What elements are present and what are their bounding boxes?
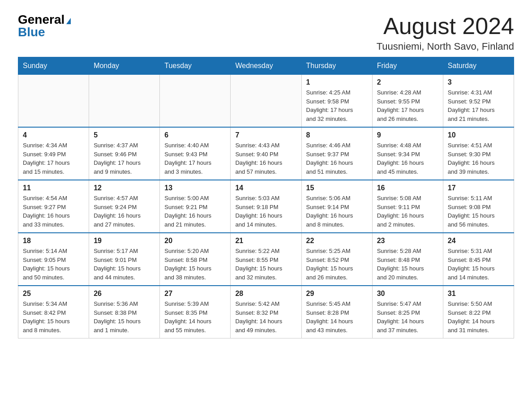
logo-triangle-icon (66, 18, 71, 24)
logo-general-text: General (18, 13, 64, 26)
day-info: Sunrise: 4:46 AMSunset: 9:37 PMDaylight:… (306, 141, 368, 176)
day-number: 4 (23, 131, 84, 139)
calendar-cell-20: 20Sunrise: 5:20 AMSunset: 8:58 PMDayligh… (160, 233, 231, 286)
day-info: Sunrise: 5:06 AMSunset: 9:14 PMDaylight:… (306, 194, 368, 229)
day-number: 31 (448, 290, 509, 298)
day-number: 25 (23, 290, 84, 298)
title-section: August 2024 Tuusniemi, North Savo, Finla… (377, 13, 514, 52)
day-info: Sunrise: 5:42 AMSunset: 8:32 PMDaylight:… (235, 300, 296, 334)
calendar-cell-25: 25Sunrise: 5:34 AMSunset: 8:42 PMDayligh… (18, 286, 89, 338)
calendar-week-5: 25Sunrise: 5:34 AMSunset: 8:42 PMDayligh… (18, 286, 514, 338)
calendar-header-row: SundayMondayTuesdayWednesdayThursdayFrid… (18, 57, 514, 75)
day-info: Sunrise: 5:47 AMSunset: 8:25 PMDaylight:… (377, 300, 438, 334)
day-info: Sunrise: 5:14 AMSunset: 9:05 PMDaylight:… (23, 247, 84, 282)
calendar-header-thursday: Thursday (301, 57, 372, 75)
day-number: 21 (235, 237, 296, 245)
month-title: August 2024 (377, 13, 514, 39)
day-info: Sunrise: 5:08 AMSunset: 9:11 PMDaylight:… (377, 194, 438, 229)
day-info: Sunrise: 5:34 AMSunset: 8:42 PMDaylight:… (23, 300, 84, 334)
day-info: Sunrise: 5:11 AMSunset: 9:08 PMDaylight:… (448, 194, 509, 229)
day-number: 19 (94, 237, 155, 245)
day-info: Sunrise: 5:45 AMSunset: 8:28 PMDaylight:… (306, 300, 368, 334)
calendar-header-tuesday: Tuesday (160, 57, 231, 75)
day-number: 24 (448, 237, 509, 245)
day-number: 8 (306, 131, 368, 139)
calendar-cell-28: 28Sunrise: 5:42 AMSunset: 8:32 PMDayligh… (231, 286, 301, 338)
calendar-cell-13: 13Sunrise: 5:00 AMSunset: 9:21 PMDayligh… (160, 180, 231, 233)
calendar-week-2: 4Sunrise: 4:34 AMSunset: 9:49 PMDaylight… (18, 127, 514, 180)
calendar-cell-22: 22Sunrise: 5:25 AMSunset: 8:52 PMDayligh… (301, 233, 372, 286)
day-info: Sunrise: 4:25 AMSunset: 9:58 PMDaylight:… (306, 88, 368, 123)
day-info: Sunrise: 4:34 AMSunset: 9:49 PMDaylight:… (23, 141, 84, 176)
day-number: 12 (94, 184, 155, 192)
day-number: 17 (448, 184, 509, 192)
calendar-cell-empty-2 (160, 75, 231, 128)
calendar-week-4: 18Sunrise: 5:14 AMSunset: 9:05 PMDayligh… (18, 233, 514, 286)
page-header: General Blue August 2024 Tuusniemi, Nort… (18, 13, 514, 52)
calendar-cell-31: 31Sunrise: 5:50 AMSunset: 8:22 PMDayligh… (443, 286, 514, 338)
day-number: 11 (23, 184, 84, 192)
calendar-cell-19: 19Sunrise: 5:17 AMSunset: 9:01 PMDayligh… (89, 233, 160, 286)
day-number: 27 (164, 290, 226, 298)
day-number: 3 (448, 78, 509, 86)
day-number: 2 (377, 78, 438, 86)
calendar-cell-23: 23Sunrise: 5:28 AMSunset: 8:48 PMDayligh… (372, 233, 443, 286)
day-number: 22 (306, 237, 368, 245)
day-info: Sunrise: 4:48 AMSunset: 9:34 PMDaylight:… (377, 141, 438, 176)
day-number: 28 (235, 290, 296, 298)
calendar-week-1: 1Sunrise: 4:25 AMSunset: 9:58 PMDaylight… (18, 75, 514, 128)
calendar-table: SundayMondayTuesdayWednesdayThursdayFrid… (18, 57, 514, 338)
calendar-cell-24: 24Sunrise: 5:31 AMSunset: 8:45 PMDayligh… (443, 233, 514, 286)
calendar-cell-3: 3Sunrise: 4:31 AMSunset: 9:52 PMDaylight… (443, 75, 514, 128)
day-info: Sunrise: 5:17 AMSunset: 9:01 PMDaylight:… (94, 247, 155, 282)
day-info: Sunrise: 5:20 AMSunset: 8:58 PMDaylight:… (164, 247, 226, 282)
calendar-cell-7: 7Sunrise: 4:43 AMSunset: 9:40 PMDaylight… (231, 127, 301, 180)
day-number: 23 (377, 237, 438, 245)
calendar-cell-18: 18Sunrise: 5:14 AMSunset: 9:05 PMDayligh… (18, 233, 89, 286)
day-info: Sunrise: 5:00 AMSunset: 9:21 PMDaylight:… (164, 194, 226, 229)
calendar-header-friday: Friday (372, 57, 443, 75)
day-info: Sunrise: 4:28 AMSunset: 9:55 PMDaylight:… (377, 88, 438, 123)
day-number: 15 (306, 184, 368, 192)
calendar-cell-empty-1 (89, 75, 160, 128)
calendar-cell-30: 30Sunrise: 5:47 AMSunset: 8:25 PMDayligh… (372, 286, 443, 338)
calendar-cell-9: 9Sunrise: 4:48 AMSunset: 9:34 PMDaylight… (372, 127, 443, 180)
day-info: Sunrise: 4:43 AMSunset: 9:40 PMDaylight:… (235, 141, 296, 176)
calendar-cell-15: 15Sunrise: 5:06 AMSunset: 9:14 PMDayligh… (301, 180, 372, 233)
day-info: Sunrise: 5:31 AMSunset: 8:45 PMDaylight:… (448, 247, 509, 282)
day-number: 7 (235, 131, 296, 139)
calendar-header-wednesday: Wednesday (231, 57, 301, 75)
calendar-cell-empty-0 (18, 75, 89, 128)
day-info: Sunrise: 5:25 AMSunset: 8:52 PMDaylight:… (306, 247, 368, 282)
day-info: Sunrise: 4:31 AMSunset: 9:52 PMDaylight:… (448, 88, 509, 123)
day-number: 30 (377, 290, 438, 298)
calendar-cell-5: 5Sunrise: 4:37 AMSunset: 9:46 PMDaylight… (89, 127, 160, 180)
calendar-cell-10: 10Sunrise: 4:51 AMSunset: 9:30 PMDayligh… (443, 127, 514, 180)
calendar-cell-1: 1Sunrise: 4:25 AMSunset: 9:58 PMDaylight… (301, 75, 372, 128)
day-number: 26 (94, 290, 155, 298)
calendar-header-sunday: Sunday (18, 57, 89, 75)
logo: General Blue (18, 13, 71, 39)
day-info: Sunrise: 4:57 AMSunset: 9:24 PMDaylight:… (94, 194, 155, 229)
calendar-cell-14: 14Sunrise: 5:03 AMSunset: 9:18 PMDayligh… (231, 180, 301, 233)
day-info: Sunrise: 5:39 AMSunset: 8:35 PMDaylight:… (164, 300, 226, 334)
day-info: Sunrise: 4:40 AMSunset: 9:43 PMDaylight:… (164, 141, 226, 176)
calendar-cell-27: 27Sunrise: 5:39 AMSunset: 8:35 PMDayligh… (160, 286, 231, 338)
location-title: Tuusniemi, North Savo, Finland (377, 41, 514, 52)
calendar-cell-17: 17Sunrise: 5:11 AMSunset: 9:08 PMDayligh… (443, 180, 514, 233)
day-info: Sunrise: 5:03 AMSunset: 9:18 PMDaylight:… (235, 194, 296, 229)
calendar-cell-8: 8Sunrise: 4:46 AMSunset: 9:37 PMDaylight… (301, 127, 372, 180)
calendar-header-saturday: Saturday (443, 57, 514, 75)
calendar-cell-12: 12Sunrise: 4:57 AMSunset: 9:24 PMDayligh… (89, 180, 160, 233)
day-number: 5 (94, 131, 155, 139)
calendar-cell-6: 6Sunrise: 4:40 AMSunset: 9:43 PMDaylight… (160, 127, 231, 180)
day-info: Sunrise: 4:54 AMSunset: 9:27 PMDaylight:… (23, 194, 84, 229)
day-number: 1 (306, 78, 368, 86)
calendar-week-3: 11Sunrise: 4:54 AMSunset: 9:27 PMDayligh… (18, 180, 514, 233)
day-number: 6 (164, 131, 226, 139)
calendar-header-monday: Monday (89, 57, 160, 75)
day-number: 13 (164, 184, 226, 192)
calendar-cell-29: 29Sunrise: 5:45 AMSunset: 8:28 PMDayligh… (301, 286, 372, 338)
calendar-cell-21: 21Sunrise: 5:22 AMSunset: 8:55 PMDayligh… (231, 233, 301, 286)
calendar-cell-11: 11Sunrise: 4:54 AMSunset: 9:27 PMDayligh… (18, 180, 89, 233)
